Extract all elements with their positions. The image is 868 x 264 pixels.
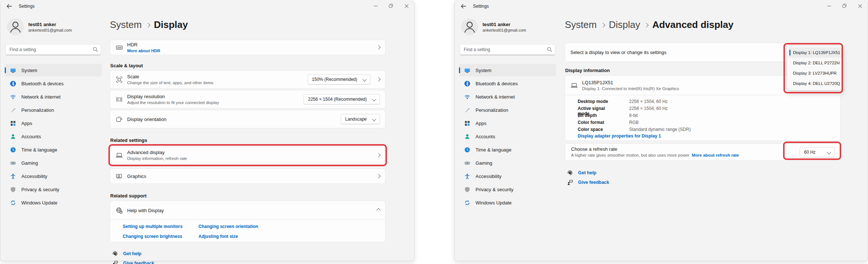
update-icon: [10, 200, 16, 206]
help-link-screen-brightness[interactable]: Changing screen brightness: [123, 234, 182, 239]
sidebar-item-windows-update[interactable]: Windows Update: [5, 196, 102, 209]
get-help-icon: [567, 170, 573, 176]
sidebar-item-system[interactable]: System: [5, 64, 102, 76]
restore-icon: [389, 4, 393, 8]
sidebar-item-apps[interactable]: Apps: [459, 117, 556, 129]
search-box: [6, 44, 101, 55]
search-icon: [93, 47, 98, 52]
account-section[interactable]: test01 anker ankertest01@gmail.com: [461, 18, 556, 35]
hdr-row[interactable]: HDR HDR More about HDR: [110, 40, 385, 55]
get-help-link[interactable]: Get help: [567, 170, 596, 176]
sidebar-item-time-language[interactable]: Time & language: [459, 143, 556, 156]
apps-icon: [464, 120, 470, 126]
minimize-icon: [374, 4, 378, 8]
back-button[interactable]: [3, 1, 16, 12]
sidebar-item-time-language[interactable]: Time & language: [5, 143, 102, 156]
give-feedback-label: Give feedback: [578, 180, 609, 185]
more-about-refresh-rate-link[interactable]: More about refresh rate: [692, 153, 739, 157]
sidebar-item-personalization[interactable]: Personalization: [459, 104, 556, 116]
page-title: Display: [154, 19, 188, 31]
help-link-font-size[interactable]: Adjusting font size: [198, 234, 238, 239]
orientation-title: Display orientation: [127, 117, 336, 122]
display-information-heading: Display information: [565, 68, 610, 73]
resolution-select[interactable]: 2256 × 1504 (Recommended): [304, 94, 380, 104]
sidebar-item-accessibility[interactable]: Accessibility: [5, 170, 102, 182]
scale-select[interactable]: 150% (Recommended): [308, 74, 370, 85]
get-help-link[interactable]: Get help: [112, 251, 141, 257]
sidebar: test01 anker ankertest01@gmail.com Syste…: [0, 13, 106, 261]
sidebar-item-windows-update[interactable]: Windows Update: [459, 196, 556, 209]
sidebar-item-privacy-security[interactable]: Privacy & security: [459, 183, 556, 196]
related-settings-heading: Related settings: [110, 138, 147, 143]
sidebar-item-bluetooth-devices[interactable]: Bluetooth & devices: [459, 77, 556, 90]
close-button[interactable]: [399, 0, 414, 12]
refresh-rate-select[interactable]: 60 Hz: [800, 147, 835, 157]
restore-button[interactable]: [383, 0, 399, 12]
minimize-button[interactable]: [821, 0, 837, 12]
breadcrumb-separator-icon: [644, 23, 649, 28]
sidebar-item-apps[interactable]: Apps: [5, 117, 102, 129]
settings-window-advanced-display: Settings test01 anker ankertest01@gmail.…: [454, 0, 868, 261]
breadcrumb-system[interactable]: System: [110, 19, 142, 31]
info-row-desktop-mode: Desktop mode 2256 × 1504, 60 Hz: [578, 99, 617, 104]
display-option-1[interactable]: Display 1: LQ135P1JX51: [789, 47, 842, 58]
orientation-select[interactable]: Landscape: [341, 114, 380, 124]
sidebar-item-label: Privacy & security: [21, 187, 59, 192]
sidebar-item-accounts[interactable]: Accounts: [5, 130, 102, 143]
info-value: 2256 × 1504, 60 Hz: [629, 106, 668, 111]
scale-row[interactable]: Scale Change the size of text, apps, and…: [110, 70, 385, 89]
close-button[interactable]: [852, 0, 868, 12]
chevron-right-icon: [376, 77, 380, 81]
graphics-row[interactable]: Graphics: [110, 168, 385, 184]
search-input[interactable]: [460, 44, 555, 55]
account-name: test01 anker: [483, 22, 526, 27]
help-link-screen-orientation[interactable]: Changing screen orientation: [198, 224, 258, 229]
breadcrumb-display[interactable]: Display: [609, 19, 640, 31]
give-feedback-label: Give feedback: [123, 261, 154, 264]
bluetooth-icon: [464, 81, 470, 87]
info-row-bit-depth: Bit depth 8-bit: [578, 113, 617, 118]
sidebar-item-accounts[interactable]: Accounts: [459, 130, 556, 143]
resolution-select-value: 2256 × 1504 (Recommended): [308, 97, 367, 102]
restore-button[interactable]: [837, 0, 852, 12]
display-adapter-properties-link[interactable]: Display adapter properties for Display 1: [578, 133, 661, 139]
sidebar-item-label: Time & language: [476, 147, 512, 153]
shield-icon: [464, 186, 470, 193]
display-option-3[interactable]: Display 3: LV273HUPR: [789, 68, 842, 78]
sidebar-item-network-internet[interactable]: Network & internet: [459, 90, 556, 103]
sidebar-item-gaming[interactable]: Gaming: [459, 157, 556, 169]
give-feedback-link[interactable]: Give feedback: [112, 260, 154, 264]
sidebar-item-label: Bluetooth & devices: [476, 81, 518, 86]
account-section[interactable]: test01 anker ankertest01@gmail.com: [7, 18, 102, 35]
display-option-4[interactable]: Display 4: DELL U2720Q: [789, 78, 842, 89]
card-divider: [110, 220, 385, 220]
sidebar-item-network-internet[interactable]: Network & internet: [5, 90, 102, 103]
account-name: test01 anker: [28, 22, 72, 27]
sidebar-item-accessibility[interactable]: Accessibility: [459, 170, 556, 182]
display-option-2[interactable]: Display 2: DELL P2722H: [789, 58, 842, 68]
chevron-up-icon: [376, 208, 380, 212]
help-with-display-header[interactable]: Help with Display: [110, 201, 385, 220]
help-link-multiple-monitors[interactable]: Setting up multiple monitors: [123, 224, 183, 229]
sidebar-item-bluetooth-devices[interactable]: Bluetooth & devices: [5, 77, 102, 90]
breadcrumb-system[interactable]: System: [565, 19, 597, 31]
sidebar-item-label: Network & internet: [476, 94, 515, 100]
sidebar-item-personalization[interactable]: Personalization: [5, 104, 102, 116]
shield-icon: [10, 186, 16, 193]
account-email: ankertest01@gmail.com: [28, 28, 72, 32]
info-value: Standard dynamic range (SDR): [629, 127, 691, 132]
back-button[interactable]: [457, 1, 470, 12]
wifi-icon: [10, 94, 16, 100]
info-value: RGB: [629, 120, 639, 125]
hdr-more-link[interactable]: More about HDR: [127, 49, 373, 53]
minimize-button[interactable]: [368, 0, 383, 12]
sidebar: test01 anker ankertest01@gmail.com Syste…: [455, 13, 560, 261]
sidebar-item-gaming[interactable]: Gaming: [5, 157, 102, 169]
display-select-flyout: Display 1: LQ135P1JX51 Display 2: DELL P…: [787, 46, 843, 90]
system-icon: [10, 67, 16, 74]
sidebar-item-privacy-security[interactable]: Privacy & security: [5, 183, 102, 196]
advanced-display-row[interactable]: Advanced display Display information, re…: [110, 146, 385, 165]
sidebar-item-system[interactable]: System: [459, 64, 556, 76]
give-feedback-link[interactable]: Give feedback: [567, 179, 609, 185]
search-input[interactable]: [6, 44, 101, 55]
